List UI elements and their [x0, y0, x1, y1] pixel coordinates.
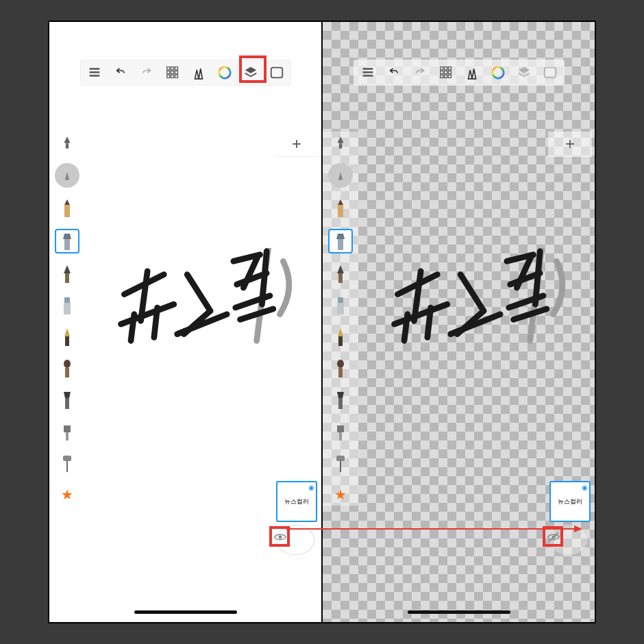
- svg-rect-14: [66, 144, 69, 149]
- shapes-grid-icon[interactable]: [436, 63, 456, 82]
- svg-rect-20: [65, 273, 69, 283]
- svg-rect-54: [338, 273, 343, 283]
- brush-round[interactable]: [330, 358, 351, 380]
- fullscreen-icon[interactable]: [541, 63, 560, 82]
- layer-thumb[interactable]: ◉ 뉴스컬러: [276, 481, 317, 522]
- brush-airbrush[interactable]: [330, 421, 351, 443]
- svg-rect-9: [166, 75, 169, 77]
- tools-icon[interactable]: [189, 63, 208, 82]
- brush-circle[interactable]: [328, 163, 353, 188]
- undo-icon[interactable]: [111, 63, 130, 82]
- brush-size-icon[interactable]: [330, 132, 351, 153]
- svg-rect-47: [544, 68, 556, 78]
- highlight-eye-right: [543, 526, 563, 547]
- svg-rect-29: [64, 425, 71, 432]
- brush-airbrush[interactable]: [56, 421, 78, 443]
- brush-flat-marker[interactable]: [56, 295, 78, 317]
- top-toolbar: [49, 59, 321, 86]
- tools-icon[interactable]: [462, 63, 482, 82]
- svg-rect-5: [175, 67, 177, 70]
- star-icon[interactable]: ★: [56, 484, 78, 506]
- redo-icon: [410, 63, 430, 82]
- svg-rect-66: [340, 461, 341, 472]
- color-icon[interactable]: [488, 63, 508, 82]
- svg-rect-21: [64, 297, 70, 303]
- svg-marker-51: [336, 234, 345, 239]
- svg-rect-11: [175, 75, 177, 77]
- brush-flat-marker[interactable]: [330, 295, 351, 317]
- svg-rect-35: [362, 71, 373, 73]
- brush-pencil[interactable]: [56, 197, 78, 219]
- layer-thumb[interactable]: ◉ 뉴스컬러: [549, 481, 591, 522]
- svg-rect-26: [65, 368, 69, 377]
- add-layer-button[interactable]: +: [275, 132, 319, 157]
- svg-rect-1: [89, 71, 99, 73]
- brush-square-selected[interactable]: [328, 229, 353, 253]
- eye-tiny-icon: ◉: [582, 484, 588, 491]
- svg-rect-64: [339, 432, 342, 441]
- svg-rect-65: [336, 456, 345, 461]
- top-toolbar: [323, 59, 595, 86]
- svg-rect-37: [440, 67, 443, 70]
- highlight-eye-left: [269, 526, 290, 547]
- svg-rect-55: [338, 297, 343, 303]
- brush-size-icon[interactable]: [56, 132, 78, 153]
- brush-chisel[interactable]: [56, 389, 78, 411]
- svg-rect-41: [444, 71, 447, 74]
- brush-roller[interactable]: [56, 452, 78, 474]
- svg-marker-61: [337, 392, 344, 398]
- undo-icon[interactable]: [384, 63, 404, 82]
- svg-marker-15: [64, 199, 70, 205]
- svg-rect-2: [89, 75, 99, 77]
- brush-pencil[interactable]: [330, 197, 351, 219]
- svg-rect-34: [362, 68, 373, 70]
- svg-rect-28: [65, 398, 69, 409]
- brush-fountain[interactable]: [56, 326, 78, 348]
- pane-left: ★ + ◉ 뉴스컬러: [49, 22, 321, 622]
- svg-rect-32: [66, 461, 68, 472]
- highlight-layers-button: [239, 55, 267, 83]
- svg-rect-24: [65, 336, 69, 346]
- svg-marker-17: [63, 234, 71, 239]
- canvas-handwriting: [384, 248, 583, 380]
- brush-chisel[interactable]: [330, 389, 351, 411]
- brush-round[interactable]: [56, 358, 78, 380]
- canvas-handwriting: [111, 248, 310, 380]
- home-indicator: [134, 610, 237, 614]
- svg-rect-42: [448, 71, 451, 74]
- redo-icon: [137, 63, 156, 82]
- svg-rect-44: [444, 75, 447, 77]
- pane-right: ★ + ◉ 뉴스컬러: [323, 22, 595, 622]
- svg-rect-6: [166, 71, 169, 74]
- svg-rect-18: [64, 239, 70, 250]
- svg-rect-56: [337, 303, 344, 314]
- svg-rect-30: [66, 432, 69, 441]
- svg-marker-53: [337, 265, 344, 273]
- svg-rect-62: [338, 398, 343, 409]
- layer-thumb-label: 뉴스컬러: [558, 497, 582, 506]
- fullscreen-icon[interactable]: [267, 63, 286, 82]
- star-icon[interactable]: ★: [330, 484, 351, 506]
- svg-marker-23: [64, 328, 70, 336]
- brush-roller[interactable]: [330, 452, 351, 474]
- brush-ink[interactable]: [56, 263, 78, 285]
- layers-icon[interactable]: [515, 63, 534, 82]
- eye-tiny-icon: ◉: [308, 484, 314, 491]
- shapes-grid-icon[interactable]: [163, 63, 182, 82]
- svg-point-46: [492, 67, 504, 79]
- brush-fountain[interactable]: [330, 326, 351, 348]
- menu-icon[interactable]: [358, 63, 377, 82]
- brush-square-selected[interactable]: [55, 229, 79, 253]
- svg-rect-38: [444, 67, 447, 70]
- menu-icon[interactable]: [85, 63, 104, 82]
- stage: ★ + ◉ 뉴스컬러: [0, 0, 644, 644]
- svg-point-12: [219, 67, 230, 79]
- color-icon[interactable]: [215, 63, 234, 82]
- toolbar-row: [354, 60, 565, 86]
- brush-circle[interactable]: [55, 163, 79, 188]
- svg-rect-43: [440, 75, 443, 77]
- svg-marker-19: [64, 265, 71, 273]
- add-layer-button[interactable]: +: [548, 132, 592, 157]
- brush-ink[interactable]: [330, 263, 351, 285]
- svg-rect-48: [339, 144, 342, 149]
